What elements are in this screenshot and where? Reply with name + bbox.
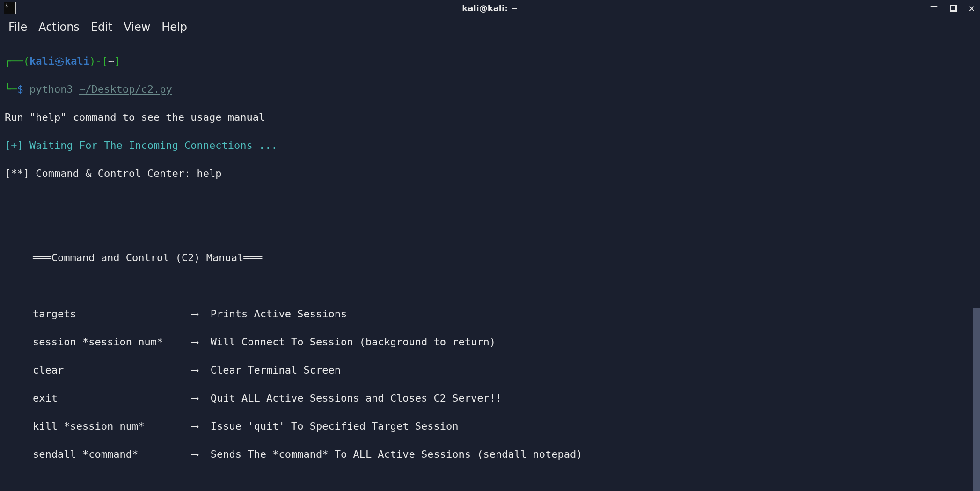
close-icon[interactable]: ✕ bbox=[967, 3, 976, 13]
prompt-user: kali bbox=[29, 55, 54, 67]
cmd-desc: Clear Terminal Screen bbox=[211, 364, 341, 376]
titlebar-left: $_ bbox=[4, 2, 16, 14]
terminal-content[interactable]: ┌──(kali㉿kali)-[~] └─$ python3 ~/Desktop… bbox=[0, 40, 980, 491]
maximize-icon[interactable] bbox=[948, 3, 958, 13]
prompt-host: kali bbox=[65, 55, 89, 67]
blank-line bbox=[5, 223, 975, 237]
cmd-name: kill *session num* bbox=[33, 419, 192, 433]
cmd-desc: Sends The *command* To ALL Active Sessio… bbox=[211, 448, 583, 460]
output-line-3: [**] Command & Control Center: help bbox=[5, 167, 975, 181]
minimize-icon[interactable]: — bbox=[929, 3, 939, 13]
cmd-name: sendall *command* bbox=[33, 447, 192, 462]
titlebar: $_ kali@kali: ~ — ✕ bbox=[0, 0, 980, 16]
scrollbar[interactable] bbox=[973, 308, 980, 491]
manual-row-0: targets⟶ Prints Active Sessions bbox=[5, 307, 975, 321]
prompt-dollar: $ bbox=[17, 83, 23, 95]
c2-prompt-label: [**] Command & Control Center: bbox=[5, 168, 197, 179]
prompt-prefix: ┌──( bbox=[5, 55, 29, 67]
blank-line bbox=[5, 279, 975, 293]
cmd-name: targets bbox=[33, 307, 192, 321]
manual-row-4: kill *session num*⟶ Issue 'quit' To Spec… bbox=[5, 419, 975, 433]
prompt-dir: ~ bbox=[108, 55, 114, 67]
terminal-icon-text: $_ bbox=[5, 3, 11, 8]
menu-actions[interactable]: Actions bbox=[38, 21, 80, 34]
command-arg: ~/Desktop/c2.py bbox=[79, 83, 172, 95]
prompt-line-1: ┌──(kali㉿kali)-[~] bbox=[5, 54, 975, 68]
manual-row-1: session *session num*⟶ Will Connect To S… bbox=[5, 335, 975, 349]
window-title: kali@kali: ~ bbox=[462, 3, 518, 13]
blank-line bbox=[5, 195, 975, 209]
command-name: python3 bbox=[29, 83, 73, 95]
skull-icon: ㉿ bbox=[54, 55, 65, 67]
manual-row-3: exit⟶ Quit ALL Active Sessions and Close… bbox=[5, 391, 975, 405]
menu-edit[interactable]: Edit bbox=[91, 21, 112, 34]
manual-row-2: clear⟶ Clear Terminal Screen bbox=[5, 363, 975, 377]
c2-prompt-cmd: help bbox=[197, 168, 222, 179]
terminal-app-icon: $_ bbox=[4, 2, 16, 14]
cmd-desc: Prints Active Sessions bbox=[211, 308, 347, 320]
menu-view[interactable]: View bbox=[124, 21, 150, 34]
cmd-name: session *session num* bbox=[33, 335, 192, 349]
cmd-desc: Issue 'quit' To Specified Target Session bbox=[211, 420, 459, 432]
output-line-1: Run "help" command to see the usage manu… bbox=[5, 110, 975, 125]
window-controls: — ✕ bbox=[929, 3, 976, 13]
cmd-name: clear bbox=[33, 363, 192, 377]
menu-help[interactable]: Help bbox=[161, 21, 187, 34]
prompt-line2-prefix: └─ bbox=[5, 83, 17, 95]
cmd-name: exit bbox=[33, 391, 192, 405]
prompt-line-2: └─$ python3 ~/Desktop/c2.py bbox=[5, 82, 975, 96]
menu-file[interactable]: File bbox=[8, 21, 27, 34]
output-line-2: [+] Waiting For The Incoming Connections… bbox=[5, 139, 975, 153]
cmd-desc: Will Connect To Session (background to r… bbox=[211, 336, 496, 348]
prompt-end: ] bbox=[114, 55, 120, 67]
manual-row-5: sendall *command*⟶ Sends The *command* T… bbox=[5, 447, 975, 462]
prompt-suffix: )-[ bbox=[89, 55, 108, 67]
menubar: File Actions Edit View Help bbox=[0, 16, 980, 40]
manual-title: ═══Command and Control (C2) Manual═══ bbox=[5, 251, 975, 265]
cmd-desc: Quit ALL Active Sessions and Closes C2 S… bbox=[211, 392, 502, 404]
blank-line bbox=[5, 476, 975, 490]
